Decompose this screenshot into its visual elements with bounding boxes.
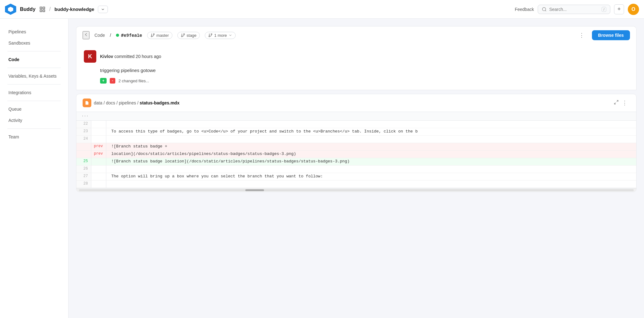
line-label-24 — [91, 136, 106, 143]
sidebar-divider-4 — [7, 101, 61, 101]
diff-line-prev1: prev ![Branch status badge + — [76, 143, 636, 151]
commit-hash-text: #e9fea1e — [121, 33, 142, 38]
line-content-25: ![Branch status badge location](/docs/st… — [106, 158, 636, 165]
sidebar: Pipelines Sandboxes Code Variables, Keys… — [0, 19, 69, 318]
commit-bar: Code / #e9fea1e master stage — [76, 26, 637, 44]
back-button[interactable] — [83, 31, 89, 39]
scrollbar-thumb — [245, 189, 264, 191]
sidebar-item-integrations[interactable]: Integrations — [0, 87, 68, 98]
sidebar-divider-1 — [7, 51, 61, 51]
grid-icon[interactable] — [39, 6, 46, 12]
sidebar-divider-5 — [7, 128, 61, 129]
svg-rect-4 — [43, 10, 45, 12]
breadcrumb-sep2: / — [110, 33, 111, 38]
diff-header: data / docs / pipelines / status-badges.… — [76, 94, 636, 112]
commit-author-info: Kivlov committed 20 hours ago — [100, 54, 161, 59]
line-content-prev1: ![Branch status badge + — [106, 143, 636, 150]
file-path: data / docs / pipelines / status-badges.… — [94, 100, 180, 105]
expand-icon[interactable] — [614, 100, 619, 106]
sidebar-item-sandboxes[interactable]: Sandboxes — [0, 37, 68, 49]
diff-scrollbar[interactable] — [76, 188, 636, 192]
diff-actions: ⋮ — [614, 99, 630, 106]
line-num-22: 22 — [76, 121, 91, 128]
commit-status-dot — [116, 34, 119, 37]
breadcrumb-separator: / — [49, 6, 51, 12]
add-button[interactable]: + — [614, 4, 624, 14]
diff-line-27: 27 The option will bring up a box where … — [76, 173, 636, 181]
search-input[interactable] — [549, 7, 599, 12]
commit-message: triggering pipelines gotowe — [84, 68, 629, 73]
diff-line-prev2: prev location](/docs/static/articles/pip… — [76, 151, 636, 158]
diff-line-28: 28 — [76, 181, 636, 188]
diff-more-options-icon[interactable]: ⋮ — [622, 99, 627, 106]
code-diff: ··· 22 23 To access this type of badges,… — [76, 112, 636, 188]
line-content-prev2: location](/docs/static/articles/pipeline… — [106, 151, 636, 158]
search-icon — [542, 7, 547, 12]
svg-point-8 — [153, 34, 155, 35]
project-dropdown-button[interactable] — [98, 6, 108, 13]
diff-line-23: 23 To access this type of badges, go to … — [76, 128, 636, 136]
feedback-link[interactable]: Feedback — [515, 7, 534, 12]
sidebar-item-team[interactable]: Team — [0, 131, 68, 142]
svg-rect-1 — [40, 7, 42, 9]
line-content-24 — [106, 136, 636, 143]
branch-stage-tag[interactable]: stage — [177, 32, 200, 39]
svg-point-11 — [183, 34, 185, 35]
line-content-26 — [106, 166, 636, 173]
diff-ellipsis-row: ··· — [76, 112, 636, 121]
diff-line-24: 24 — [76, 136, 636, 143]
line-num-25: 25 — [76, 158, 91, 165]
sidebar-divider-3 — [7, 84, 61, 84]
svg-point-9 — [151, 36, 152, 37]
line-label-prev2: prev — [91, 151, 106, 158]
line-content-27: The option will bring up a box where you… — [106, 173, 636, 180]
line-label-28 — [91, 181, 106, 188]
svg-marker-0 — [8, 7, 13, 12]
line-num-prev2 — [76, 151, 91, 158]
svg-point-14 — [211, 34, 212, 35]
project-name: buddy-knowledge — [55, 7, 94, 12]
line-content-23: To access this type of badges, go to <u>… — [106, 128, 636, 135]
svg-rect-2 — [43, 7, 45, 9]
line-label-25 — [91, 158, 106, 165]
breadcrumb-code: Code — [94, 33, 105, 38]
avatar[interactable]: O — [628, 4, 639, 15]
app-logo[interactable] — [5, 4, 16, 15]
app-name: Buddy — [20, 7, 36, 12]
line-label-22 — [91, 121, 106, 128]
sidebar-item-variables[interactable]: Variables, Keys & Assets — [0, 70, 68, 82]
browse-files-button[interactable]: Browse files — [592, 30, 630, 40]
more-branches-tag[interactable]: 1 more — [205, 32, 235, 39]
more-options-icon[interactable]: ⋮ — [579, 32, 584, 39]
svg-point-12 — [181, 36, 182, 37]
svg-point-15 — [209, 36, 210, 37]
search-box[interactable]: / — [538, 5, 610, 14]
svg-line-6 — [545, 10, 546, 11]
changed-files-label: 2 changed files... — [118, 79, 149, 83]
line-num-23: 23 — [76, 128, 91, 135]
line-content-28 — [106, 181, 636, 188]
line-num-26: 26 — [76, 166, 91, 173]
diff-line-26: 26 — [76, 166, 636, 173]
line-num-27: 27 — [76, 173, 91, 180]
line-num-24: 24 — [76, 136, 91, 143]
scrollbar-track — [79, 189, 634, 191]
line-label-prev1: prev — [91, 143, 106, 150]
author-avatar: K — [84, 50, 96, 63]
sidebar-item-code[interactable]: Code — [0, 54, 68, 65]
svg-point-5 — [542, 7, 546, 11]
diff-line-22: 22 — [76, 121, 636, 128]
branch-master-tag[interactable]: master — [147, 32, 172, 39]
line-num-prev1 — [76, 143, 91, 150]
sidebar-item-pipelines[interactable]: Pipelines — [0, 26, 68, 37]
sidebar-item-activity[interactable]: Activity — [0, 115, 68, 126]
file-type-icon — [83, 99, 91, 107]
sidebar-item-queue[interactable]: Queue — [0, 104, 68, 115]
diff-card: data / docs / pipelines / status-badges.… — [76, 94, 637, 192]
chevron-down-icon — [228, 33, 232, 37]
svg-rect-3 — [40, 10, 42, 12]
svg-line-17 — [614, 103, 616, 104]
line-content-22 — [106, 121, 636, 128]
line-num-28: 28 — [76, 181, 91, 188]
add-badge: + — [100, 78, 107, 84]
